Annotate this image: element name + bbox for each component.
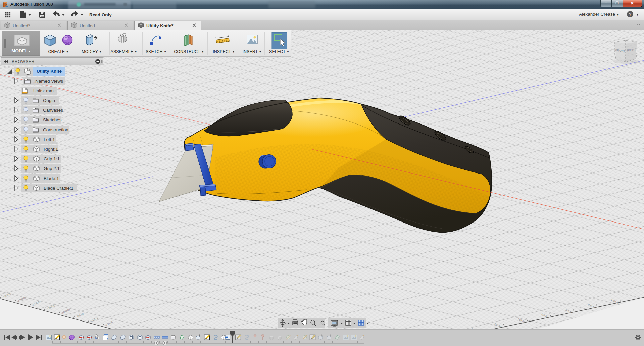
svg-text:Grip 2:1: Grip 2:1 (44, 166, 60, 171)
svg-text:Sketches: Sketches (43, 117, 62, 122)
svg-text:Utility Knife: Utility Knife (37, 69, 62, 74)
svg-text:Units: mm: Units: mm (33, 88, 54, 93)
svg-text:Utility Knife*: Utility Knife* (146, 23, 174, 28)
svg-text:Untitled: Untitled (80, 23, 95, 28)
svg-text:Untitled*: Untitled* (13, 23, 30, 28)
svg-text:Left:1: Left:1 (44, 137, 55, 142)
svg-text:Read Only: Read Only (89, 12, 112, 17)
svg-text:Canvases: Canvases (43, 108, 63, 113)
svg-text:-250.00: -250.00 (105, 320, 113, 326)
svg-text:Grip 1:1: Grip 1:1 (44, 156, 60, 161)
svg-text:Blade:1: Blade:1 (44, 176, 59, 181)
svg-text:Blade Cradle:1: Blade Cradle:1 (44, 186, 73, 191)
svg-text:Construction: Construction (43, 127, 68, 132)
svg-text:Origin: Origin (43, 98, 55, 103)
svg-text:Right:1: Right:1 (44, 147, 58, 152)
svg-text:BROWSER: BROWSER (12, 59, 35, 64)
svg-text:-1500.00: -1500.00 (31, 300, 41, 306)
svg-text:Named Views: Named Views (35, 79, 63, 84)
